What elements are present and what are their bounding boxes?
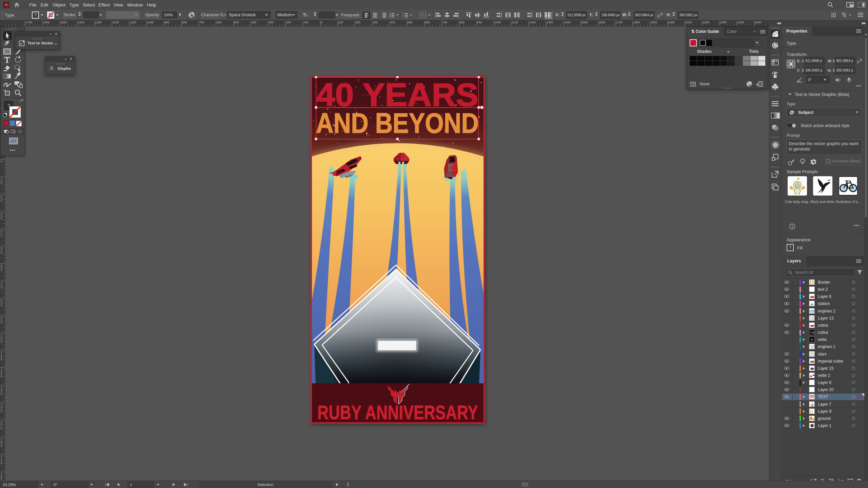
- svg-text:3: 3: [403, 16, 404, 17]
- svg-text:AND BEYOND: AND BEYOND: [316, 107, 479, 139]
- svg-text:RUBY ANNIVERSARY: RUBY ANNIVERSARY: [317, 402, 478, 423]
